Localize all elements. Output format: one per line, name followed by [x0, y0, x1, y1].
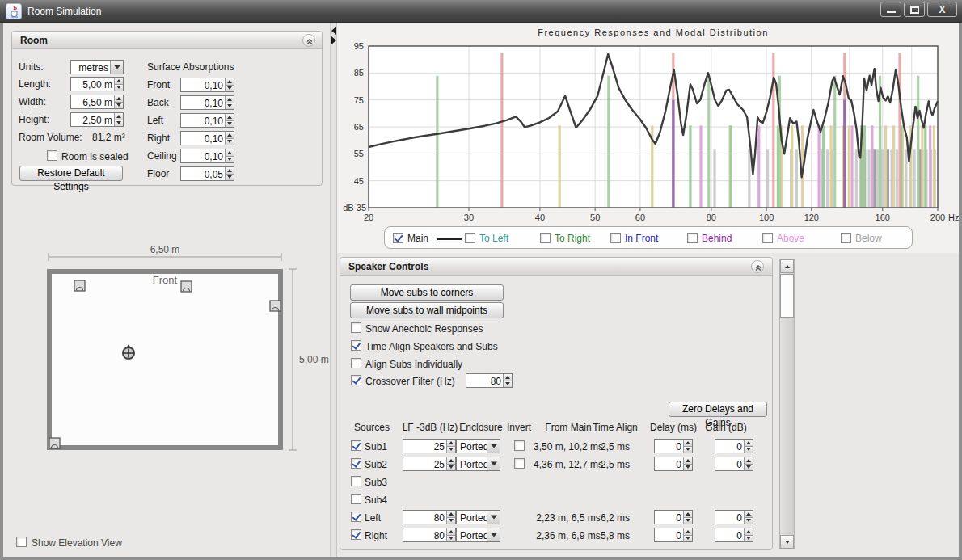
spinner-buttons[interactable]	[446, 440, 455, 453]
legend-main-checkbox[interactable]	[393, 233, 403, 243]
spin-up-button[interactable]	[114, 113, 123, 120]
spin-down-button[interactable]	[744, 446, 753, 453]
absorption-spinner-front[interactable]: 0,10	[180, 78, 234, 92]
spinner-buttons[interactable]	[446, 457, 455, 470]
spin-down-button[interactable]	[683, 464, 692, 471]
spinner-buttons[interactable]	[744, 511, 753, 524]
absorption-spinner-back[interactable]: 0,10	[180, 95, 234, 110]
spin-up-button[interactable]	[446, 440, 455, 446]
dropdown-arrow-button[interactable]	[487, 528, 500, 541]
dropdown-arrow-button[interactable]	[487, 511, 500, 524]
spin-down-button[interactable]	[683, 535, 692, 542]
spinner-buttons[interactable]	[225, 78, 234, 91]
spinner-buttons[interactable]	[114, 78, 123, 91]
show-elevation-checkbox[interactable]	[16, 537, 27, 547]
spinner-buttons[interactable]	[683, 511, 692, 524]
spin-down-button[interactable]	[446, 517, 455, 524]
absorption-spinner-floor[interactable]: 0,05	[180, 166, 234, 181]
spin-down-button[interactable]	[744, 464, 753, 471]
dropdown-arrow-button[interactable]	[487, 440, 500, 453]
spin-up-button[interactable]	[683, 511, 692, 517]
height-spinner[interactable]: 2,50 m	[70, 112, 124, 127]
spin-down-button[interactable]	[744, 517, 753, 524]
source-enable-checkbox[interactable]	[351, 440, 361, 451]
spinner-buttons[interactable]	[744, 457, 753, 470]
dropdown-arrow-button[interactable]	[110, 61, 123, 74]
source-enable-checkbox[interactable]	[351, 476, 361, 486]
spin-down-button[interactable]	[225, 138, 234, 145]
spinner-buttons[interactable]	[683, 440, 692, 453]
source-enable-checkbox[interactable]	[351, 529, 361, 540]
spin-up-button[interactable]	[744, 457, 753, 464]
room-sealed-checkbox[interactable]	[47, 150, 57, 161]
spinner-buttons[interactable]	[744, 528, 753, 541]
spinner-buttons[interactable]	[503, 374, 512, 387]
spin-down-button[interactable]	[114, 84, 123, 91]
spin-up-button[interactable]	[225, 114, 234, 120]
spinner-buttons[interactable]	[683, 457, 692, 470]
spinner-buttons[interactable]	[683, 528, 692, 541]
spin-up-button[interactable]	[446, 511, 455, 517]
scroll-up-button[interactable]	[780, 259, 794, 273]
maximize-button[interactable]	[904, 2, 925, 17]
lf-cutoff-spinner[interactable]: 80	[403, 528, 456, 542]
spinner-buttons[interactable]	[225, 114, 234, 127]
delay-spinner[interactable]: 0	[654, 510, 693, 524]
spin-up-button[interactable]	[225, 132, 234, 138]
speaker-icon-left[interactable]	[181, 281, 192, 292]
spin-down-button[interactable]	[225, 103, 234, 110]
units-select[interactable]: metres	[70, 60, 124, 74]
source-enable-checkbox[interactable]	[351, 512, 361, 522]
spin-down-button[interactable]	[114, 120, 123, 127]
spin-up-button[interactable]	[446, 528, 455, 535]
spin-up-button[interactable]	[683, 528, 692, 535]
spin-down-button[interactable]	[225, 85, 234, 92]
spin-down-button[interactable]	[503, 381, 512, 388]
gain-spinner[interactable]: 0	[715, 457, 753, 471]
spin-down-button[interactable]	[225, 156, 234, 163]
absorption-spinner-left[interactable]: 0,10	[180, 113, 234, 128]
align-subs-individually-checkbox[interactable]	[351, 358, 361, 368]
speaker-icon-sub1[interactable]	[74, 280, 85, 291]
gain-spinner[interactable]: 0	[715, 510, 753, 524]
spin-up-button[interactable]	[225, 167, 234, 174]
spinner-buttons[interactable]	[225, 96, 234, 109]
lf-cutoff-spinner[interactable]: 25	[403, 439, 456, 453]
enclosure-select[interactable]: Ported	[456, 439, 500, 453]
close-button[interactable]: X	[927, 2, 957, 17]
gain-spinner[interactable]: 0	[715, 439, 753, 453]
spin-up-button[interactable]	[744, 440, 753, 446]
gain-spinner[interactable]: 0	[715, 528, 753, 542]
move-subs-midpoints-button[interactable]: Move subs to wall midpoints	[350, 302, 504, 318]
spin-up-button[interactable]	[225, 149, 234, 156]
enclosure-select[interactable]: Ported	[456, 528, 500, 542]
spinner-buttons[interactable]	[225, 167, 234, 180]
collapse-room-button[interactable]	[302, 34, 315, 47]
spinner-buttons[interactable]	[114, 95, 123, 108]
crossover-frequency-spinner[interactable]: 80	[466, 373, 513, 388]
spin-down-button[interactable]	[446, 464, 455, 471]
move-subs-corners-button[interactable]: Move subs to corners	[350, 284, 504, 301]
spin-down-button[interactable]	[683, 517, 692, 524]
delay-spinner[interactable]: 0	[654, 528, 693, 542]
absorption-spinner-right[interactable]: 0,10	[180, 131, 234, 145]
width-spinner[interactable]: 6,50 m	[70, 95, 124, 109]
delay-spinner[interactable]: 0	[654, 457, 693, 471]
spinner-buttons[interactable]	[225, 149, 234, 162]
source-enable-checkbox[interactable]	[351, 494, 361, 504]
spin-up-button[interactable]	[446, 457, 455, 464]
legend-in-front-checkbox[interactable]	[610, 233, 621, 243]
spin-down-button[interactable]	[446, 535, 455, 542]
lf-cutoff-spinner[interactable]: 80	[403, 510, 456, 524]
spin-down-button[interactable]	[114, 102, 123, 109]
dropdown-arrow-button[interactable]	[487, 457, 500, 470]
spin-up-button[interactable]	[225, 78, 234, 85]
spin-down-button[interactable]	[225, 120, 234, 128]
spin-down-button[interactable]	[744, 535, 753, 542]
expand-right-icon[interactable]	[331, 36, 336, 44]
minimize-button[interactable]	[880, 2, 901, 17]
spinner-buttons[interactable]	[446, 528, 455, 541]
spin-down-button[interactable]	[683, 446, 692, 453]
length-spinner[interactable]: 5,00 m	[70, 77, 124, 91]
spinner-buttons[interactable]	[225, 132, 234, 145]
